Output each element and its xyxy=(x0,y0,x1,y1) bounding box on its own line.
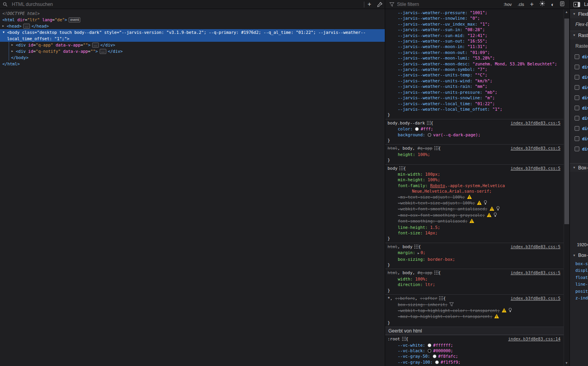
markup-line[interactable]: <html dir="ltr" lang="de">event xyxy=(0,17,385,23)
css-declaration[interactable]: box-sizing: inherit; xyxy=(385,302,564,308)
css-declaration[interactable]: --jarvis--weather--units-temp: "°C"; xyxy=(385,72,564,78)
expand-children-badge[interactable]: … xyxy=(23,24,30,29)
box-model-property[interactable]: z-index xyxy=(570,295,588,302)
grid-overlay-checkbox[interactable] xyxy=(575,65,579,69)
rule-selector[interactable]: *, ::before, ::after{index.b3fd8e83.css:… xyxy=(385,295,564,301)
property-value[interactable]: 100%; xyxy=(418,152,430,157)
add-rule-button[interactable]: + xyxy=(530,1,534,7)
stylesheet-link[interactable]: index.b3fd8e83.css:5 xyxy=(511,120,560,126)
property-name[interactable]: --jarvis--weather--uv_index_max: xyxy=(398,22,480,26)
property-value[interactable]: 100%; xyxy=(462,201,475,205)
property-name[interactable]: --jarvis--weather--local_time: xyxy=(398,101,475,106)
rule-selector[interactable]: html, body{index.b3fd8e83.css:5 xyxy=(385,244,564,250)
grid-overlay-checkbox[interactable] xyxy=(575,116,579,121)
property-value[interactable]: 100px; xyxy=(425,172,440,176)
twisty-expanded-icon[interactable]: ▼ xyxy=(3,29,4,35)
css-declaration[interactable]: -webkit-tap-highlight-color: transparent… xyxy=(385,308,564,314)
property-value[interactable]: "01:09"; xyxy=(470,50,490,55)
box-model-property[interactable]: box-sizing xyxy=(570,260,588,267)
grid-overlay-checkbox[interactable] xyxy=(575,95,579,100)
property-value[interactable]: "1001"; xyxy=(470,10,487,15)
grid-element-link[interactable]: div xyxy=(582,85,588,90)
box-model-property[interactable]: position xyxy=(570,288,588,295)
property-value[interactable]: 14px; xyxy=(425,230,438,235)
twisty-collapsed-icon[interactable]: ▶ xyxy=(2,23,4,29)
css-declaration[interactable]: --jarvis--weather--units-wind: "km/h"; xyxy=(385,78,564,84)
rule-selector[interactable]: body.body--dark{index.b3fd8e83.css:5 xyxy=(385,120,564,126)
property-value[interactable]: "°C"; xyxy=(475,72,488,77)
dark-scheme-icon[interactable]: ◐ xyxy=(551,2,554,7)
property-value[interactable]: #ffffff; xyxy=(433,343,453,347)
property-name[interactable]: --jarvis--weather--moon-in: xyxy=(398,44,467,49)
css-declaration[interactable]: box-sizing: border-box; xyxy=(385,256,564,262)
color-swatch[interactable] xyxy=(428,344,431,347)
event-badge[interactable]: event xyxy=(69,17,80,22)
css-declaration[interactable]: --jarvis--weather--units-rain: "mm"; xyxy=(385,84,564,89)
property-name[interactable]: --jarvis--weather--snowline: xyxy=(398,16,470,20)
property-name[interactable]: --jarvis--weather--pressure: xyxy=(398,10,470,15)
property-name[interactable]: box-sizing: xyxy=(398,257,428,262)
grid-overlay-checkbox[interactable] xyxy=(575,106,579,110)
css-declaration[interactable]: --jarvis--weather--moon-lumi: "53.28%"; xyxy=(385,55,564,61)
property-value[interactable]: #fff; xyxy=(421,126,433,131)
property-value[interactable]: "1"; xyxy=(492,107,502,111)
filter-funnel-icon[interactable] xyxy=(449,302,454,308)
property-value[interactable]: "m"; xyxy=(485,95,495,100)
layout-tab-label[interactable]: Layout xyxy=(584,2,588,7)
grid-element-link[interactable]: div xyxy=(582,54,588,59)
grid-overlay-checkbox[interactable] xyxy=(575,85,579,90)
property-name[interactable]: --jarvis--weather--sun-mid: xyxy=(398,33,467,38)
box-model-property[interactable]: line-height xyxy=(570,281,588,288)
css-declaration[interactable]: --jarvis--weather--moon-in: "11:31"; xyxy=(385,44,564,49)
property-name[interactable]: --jarvis--weather--moon-desc: xyxy=(398,61,473,66)
twisty-collapsed-icon[interactable]: ▶ xyxy=(11,48,13,54)
property-name[interactable]: direction: xyxy=(398,282,425,287)
pseudo-class-button[interactable]: :hov xyxy=(504,2,512,7)
property-value[interactable]: border-box; xyxy=(428,257,455,262)
color-swatch[interactable] xyxy=(415,127,419,131)
css-declaration[interactable]: --jarvis--weather--local_time_offset: "1… xyxy=(385,106,564,112)
grid-element-link[interactable]: div xyxy=(582,147,588,151)
scrollbar-thumb[interactable] xyxy=(564,19,569,224)
property-value[interactable]: transparent; xyxy=(470,308,500,313)
markup-line[interactable]: <!DOCTYPE html> xyxy=(0,10,385,17)
markup-line[interactable]: ▶<div id="q-app" data-v-app="">…</div> xyxy=(0,42,385,48)
css-declaration[interactable]: --vc-gray-100: #f1f5f9; xyxy=(385,359,564,365)
css-declaration[interactable]: margin: ▶0; xyxy=(385,250,564,256)
grid-element-link[interactable]: div xyxy=(582,126,588,131)
style-filter-input[interactable] xyxy=(395,2,500,7)
property-value[interactable]: 100%; xyxy=(428,177,440,182)
grid-overlay-checkbox[interactable] xyxy=(575,136,579,141)
markup-line[interactable]: ▶<div id="q-notify" data-v-app="">…</div… xyxy=(0,48,385,54)
property-name[interactable]: --jarvis--weather--units-wind: xyxy=(398,78,475,83)
markup-line[interactable]: </body> xyxy=(0,54,385,61)
expand-children-badge[interactable]: … xyxy=(92,43,99,48)
property-value[interactable]: "16:55"; xyxy=(467,39,488,43)
property-name[interactable]: -webkit-text-size-adjust: xyxy=(398,201,462,205)
css-declaration[interactable]: --jarvis--weather--snowline: "0"; xyxy=(385,15,564,21)
css-declaration[interactable]: -moz-osx-font-smoothing: grayscale; xyxy=(385,212,564,218)
property-value[interactable]: "7"; xyxy=(477,67,487,72)
property-name[interactable]: background: xyxy=(398,132,428,137)
css-declaration[interactable]: -moz-tap-highlight-color: transparent; xyxy=(385,314,564,320)
property-value[interactable]: "01:22"; xyxy=(475,101,495,106)
scroll-down-arrow[interactable]: ▼ xyxy=(564,361,569,365)
property-name[interactable]: --vc-gray-100: xyxy=(398,360,435,364)
expand-children-badge[interactable]: … xyxy=(100,49,106,54)
twisty-collapsed-icon[interactable]: ▶ xyxy=(11,42,13,48)
light-scheme-icon[interactable] xyxy=(540,1,545,8)
grid-section-header[interactable]: ▼ Raster xyxy=(570,31,588,39)
property-name[interactable]: -ms-text-size-adjust: xyxy=(398,195,453,199)
property-name[interactable]: margin: xyxy=(398,250,418,255)
rule-selector[interactable]: html, body, #q-app{index.b3fd8e83.css:5 xyxy=(385,145,564,151)
css-declaration[interactable]: --jarvis--weather--uv_index_max: "1"; xyxy=(385,21,564,27)
property-name[interactable]: --vc-black: xyxy=(398,348,428,353)
property-value[interactable]: 100%; xyxy=(415,277,428,281)
css-declaration[interactable]: line-height: 1.5; xyxy=(385,225,564,230)
property-value[interactable]: "11:31"; xyxy=(467,44,488,49)
property-name[interactable]: color: xyxy=(398,126,415,131)
css-declaration[interactable]: --jarvis--weather--moon-symbol: "7"; xyxy=(385,67,564,72)
stylesheet-link[interactable]: index.b3fd8e83.css:5 xyxy=(511,165,560,171)
color-swatch[interactable] xyxy=(428,133,431,137)
css-declaration[interactable]: --vc-white: #ffffff; xyxy=(385,342,564,348)
